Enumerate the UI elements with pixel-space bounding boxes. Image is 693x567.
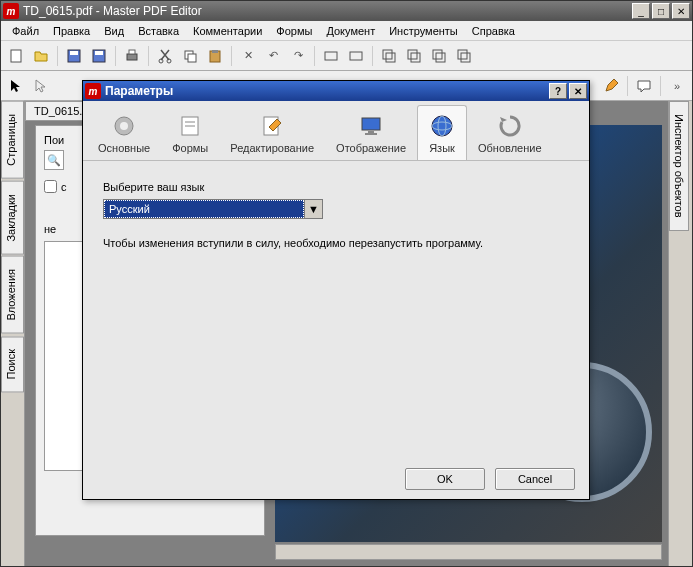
dialog-tabstrip: Основные Формы Редактирование Отображени… (83, 101, 589, 161)
language-select-value: Русский (104, 200, 304, 218)
main-titlebar: m TD_0615.pdf - Master PDF Editor _ □ ✕ (1, 1, 692, 21)
document-pencil-icon (258, 112, 286, 140)
svg-rect-22 (461, 53, 470, 62)
menu-edit[interactable]: Правка (46, 23, 97, 39)
menu-file[interactable]: Файл (5, 23, 46, 39)
search-option-checkbox[interactable] (44, 180, 57, 193)
more-tools-icon[interactable]: » (666, 75, 688, 97)
menu-view[interactable]: Вид (97, 23, 131, 39)
cut-icon[interactable] (154, 45, 176, 67)
menu-comments[interactable]: Комментарии (186, 23, 269, 39)
refresh-icon (496, 112, 524, 140)
dtab-display[interactable]: Отображение (325, 105, 417, 160)
svg-rect-31 (365, 133, 377, 135)
new-file-icon[interactable] (5, 45, 27, 67)
svg-rect-12 (212, 50, 218, 53)
svg-point-24 (120, 122, 128, 130)
layer4-icon[interactable] (453, 45, 475, 67)
pointer-icon[interactable] (5, 75, 27, 97)
restart-hint: Чтобы изменения вступили в силу, необход… (103, 237, 569, 249)
tab-attachments[interactable]: Вложения (1, 256, 24, 334)
cancel-button[interactable]: Cancel (495, 468, 575, 490)
open-file-icon[interactable] (30, 45, 52, 67)
menu-document[interactable]: Документ (319, 23, 382, 39)
svg-rect-20 (436, 53, 445, 62)
app-icon: m (3, 3, 19, 19)
svg-rect-21 (458, 50, 467, 59)
comment-icon[interactable] (633, 75, 655, 97)
dtab-language[interactable]: Язык (417, 105, 467, 160)
undo-icon[interactable]: ↶ (262, 45, 284, 67)
search-option-label: с (61, 181, 67, 193)
svg-rect-6 (129, 50, 135, 54)
maximize-button[interactable]: □ (652, 3, 670, 19)
globe-icon (428, 112, 456, 140)
close-button[interactable]: ✕ (672, 3, 690, 19)
svg-rect-14 (350, 52, 362, 60)
dtab-general[interactable]: Основные (87, 105, 161, 160)
tab-pages[interactable]: Страницы (1, 101, 24, 179)
svg-rect-4 (95, 51, 103, 55)
svg-rect-10 (188, 54, 196, 62)
svg-rect-0 (11, 50, 21, 62)
toolbar-main: ✕ ↶ ↷ (1, 41, 692, 71)
svg-rect-2 (70, 51, 78, 55)
menu-insert[interactable]: Вставка (131, 23, 186, 39)
copy-icon[interactable] (179, 45, 201, 67)
chevron-down-icon[interactable]: ▼ (304, 200, 322, 218)
dtab-display-label: Отображение (336, 142, 406, 154)
print-icon[interactable] (121, 45, 143, 67)
right-side-tabs: Инспектор объектов (668, 101, 692, 566)
svg-rect-16 (386, 53, 395, 62)
svg-rect-5 (127, 54, 137, 60)
dialog-close-button[interactable]: ✕ (569, 83, 587, 99)
dtab-forms[interactable]: Формы (161, 105, 219, 160)
search-icon[interactable]: 🔍 (44, 150, 64, 170)
svg-rect-30 (368, 131, 374, 133)
layer2-icon[interactable] (403, 45, 425, 67)
save-as-icon[interactable] (88, 45, 110, 67)
layer1-icon[interactable] (378, 45, 400, 67)
dtab-update-label: Обновление (478, 142, 542, 154)
dtab-language-label: Язык (429, 142, 455, 154)
dtab-editing[interactable]: Редактирование (219, 105, 325, 160)
dialog-title: Параметры (105, 84, 547, 98)
edit-pencil-icon[interactable] (600, 75, 622, 97)
language-select[interactable]: Русский ▼ (103, 199, 323, 219)
dialog-footer: OK Cancel (83, 459, 589, 499)
window-title: TD_0615.pdf - Master PDF Editor (23, 4, 632, 18)
menubar: Файл Правка Вид Вставка Комментарии Форм… (1, 21, 692, 41)
dtab-editing-label: Редактирование (230, 142, 314, 154)
menu-forms[interactable]: Формы (269, 23, 319, 39)
svg-rect-18 (411, 53, 420, 62)
left-side-tabs: Страницы Закладки Вложения Поиск (1, 101, 25, 566)
dtab-forms-label: Формы (172, 142, 208, 154)
tab-search[interactable]: Поиск (1, 336, 24, 392)
monitor-icon (357, 112, 385, 140)
group1-icon[interactable] (320, 45, 342, 67)
horizontal-scrollbar[interactable] (275, 544, 662, 560)
pointer-outline-icon[interactable] (30, 75, 52, 97)
svg-point-32 (432, 116, 452, 136)
dialog-help-button[interactable]: ? (549, 83, 567, 99)
settings-dialog: m Параметры ? ✕ Основные Формы Редактиро… (82, 80, 590, 500)
layer3-icon[interactable] (428, 45, 450, 67)
form-icon (176, 112, 204, 140)
svg-rect-13 (325, 52, 337, 60)
tab-bookmarks[interactable]: Закладки (1, 181, 24, 255)
dialog-body: Выберите ваш язык Русский ▼ Чтобы измене… (83, 161, 589, 459)
redo-icon[interactable]: ↷ (287, 45, 309, 67)
group2-icon[interactable] (345, 45, 367, 67)
dialog-app-icon: m (85, 83, 101, 99)
ok-button[interactable]: OK (405, 468, 485, 490)
dtab-update[interactable]: Обновление (467, 105, 553, 160)
menu-tools[interactable]: Инструменты (382, 23, 465, 39)
svg-rect-17 (408, 50, 417, 59)
minimize-button[interactable]: _ (632, 3, 650, 19)
tab-object-inspector[interactable]: Инспектор объектов (669, 101, 689, 231)
dialog-titlebar: m Параметры ? ✕ (83, 81, 589, 101)
menu-help[interactable]: Справка (465, 23, 522, 39)
save-icon[interactable] (63, 45, 85, 67)
paste-icon[interactable] (204, 45, 226, 67)
delete-icon[interactable]: ✕ (237, 45, 259, 67)
